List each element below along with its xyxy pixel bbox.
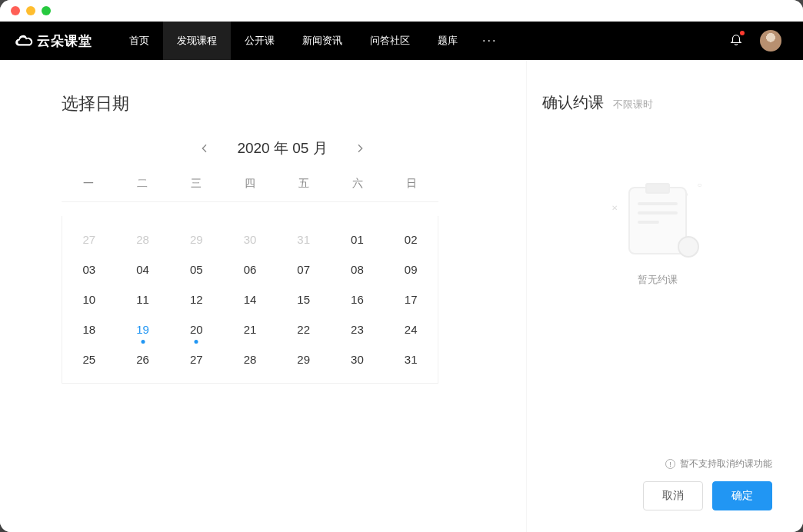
confirm-button[interactable]: 确定: [712, 481, 772, 510]
date-panel: 选择日期 2020 年 05 月 一二三四五六日 272829303101020…: [0, 60, 526, 532]
calendar-day[interactable]: 01: [331, 233, 385, 246]
confirm-subtitle: 不限课时: [613, 98, 653, 111]
cancel-button[interactable]: 取消: [643, 481, 703, 510]
weekday-label: 五: [277, 177, 331, 191]
weekday-row: 一二三四五六日: [62, 177, 438, 202]
nav-item[interactable]: 公开课: [231, 22, 288, 60]
nav-item[interactable]: 问答社区: [356, 22, 424, 60]
confirm-title: 确认约课: [542, 92, 604, 113]
confirm-panel: 确认约课 不限课时 ✕ ○ ○ 暂无约课 !: [526, 60, 803, 532]
top-nav: 云朵课堂 首页发现课程公开课新闻资讯问答社区题库 ···: [0, 22, 803, 60]
calendar-day[interactable]: 24: [384, 323, 438, 336]
calendar-day[interactable]: 03: [62, 263, 116, 276]
calendar-day[interactable]: 14: [223, 293, 277, 306]
maximize-window[interactable]: [42, 6, 51, 15]
close-window[interactable]: [11, 6, 20, 15]
calendar-day[interactable]: 10: [62, 293, 116, 306]
chevron-left-icon[interactable]: [198, 142, 211, 155]
calendar-day[interactable]: 28: [116, 233, 170, 246]
calendar-day[interactable]: 31: [277, 233, 331, 246]
calendar-day[interactable]: 31: [384, 353, 438, 366]
page-title: 选择日期: [62, 92, 503, 115]
calendar-day[interactable]: 27: [62, 233, 116, 246]
confirm-header: 确认约课 不限课时: [542, 92, 772, 113]
avatar[interactable]: [760, 30, 781, 52]
calendar-day[interactable]: 07: [277, 263, 331, 276]
notifications-button[interactable]: [729, 32, 743, 49]
calendar-day[interactable]: 25: [62, 353, 116, 366]
calendar-day[interactable]: 23: [331, 323, 385, 336]
info-icon: !: [665, 459, 675, 469]
weekday-label: 一: [62, 177, 115, 191]
empty-state: ✕ ○ ○ 暂无约课: [542, 159, 772, 457]
calendar-day[interactable]: 18: [62, 323, 116, 336]
month-label: 2020 年 05 月: [237, 138, 327, 158]
weekday-label: 日: [385, 177, 438, 191]
calendar: 一二三四五六日 27282930310102030405060708091011…: [62, 177, 438, 384]
notification-dot: [740, 31, 745, 35]
calendar-day[interactable]: 29: [169, 233, 223, 246]
calendar-day[interactable]: 20: [169, 323, 223, 336]
calendar-day[interactable]: 29: [277, 353, 331, 366]
days-grid: 2728293031010203040506070809101112141516…: [62, 216, 438, 384]
weekday-label: 二: [115, 177, 169, 191]
nav-item[interactable]: 新闻资讯: [288, 22, 356, 60]
logo-brand: 云朵课堂: [37, 32, 92, 50]
calendar-day[interactable]: 08: [331, 263, 385, 276]
action-buttons: 取消 确定: [542, 481, 772, 510]
nav-more[interactable]: ···: [471, 34, 508, 48]
weekday-label: 四: [223, 177, 277, 191]
nav-item[interactable]: 发现课程: [163, 22, 231, 60]
titlebar: [0, 0, 803, 22]
nav-items: 首页发现课程公开课新闻资讯问答社区题库: [115, 22, 471, 60]
calendar-day[interactable]: 21: [223, 323, 277, 336]
minimize-window[interactable]: [26, 6, 35, 15]
calendar-day[interactable]: 16: [331, 293, 385, 306]
nav-item[interactable]: 题库: [424, 22, 471, 60]
calendar-day[interactable]: 04: [116, 263, 170, 276]
calendar-day[interactable]: 11: [116, 293, 170, 306]
calendar-day[interactable]: 06: [223, 263, 277, 276]
calendar-day[interactable]: 12: [169, 293, 223, 306]
empty-illustration-icon: ✕ ○ ○: [611, 182, 704, 259]
calendar-day[interactable]: 22: [277, 323, 331, 336]
calendar-day[interactable]: 26: [116, 353, 170, 366]
calendar-header: 2020 年 05 月: [62, 138, 503, 158]
cloud-icon: [14, 31, 34, 51]
calendar-day[interactable]: 15: [277, 293, 331, 306]
calendar-day[interactable]: 09: [384, 263, 438, 276]
logo[interactable]: 云朵课堂: [14, 31, 92, 51]
chevron-right-icon[interactable]: [354, 142, 366, 155]
app-window: 云朵课堂 首页发现课程公开课新闻资讯问答社区题库 ··· 选择日期 2020 年…: [0, 0, 803, 532]
note-text: 暂不支持取消约课功能: [680, 457, 772, 470]
calendar-day[interactable]: 05: [169, 263, 223, 276]
empty-text: 暂无约课: [638, 273, 678, 287]
weekday-label: 三: [169, 177, 223, 191]
calendar-day[interactable]: 17: [384, 293, 438, 306]
content: 选择日期 2020 年 05 月 一二三四五六日 272829303101020…: [0, 60, 803, 532]
calendar-day[interactable]: 27: [169, 353, 223, 366]
calendar-day[interactable]: 30: [331, 353, 385, 366]
weekday-label: 六: [331, 177, 385, 191]
calendar-day[interactable]: 02: [384, 233, 438, 246]
calendar-day[interactable]: 30: [223, 233, 277, 246]
nav-item[interactable]: 首页: [115, 22, 163, 60]
calendar-day[interactable]: 28: [223, 353, 277, 366]
footer-note: ! 暂不支持取消约课功能: [542, 457, 772, 470]
calendar-day[interactable]: 19: [116, 323, 170, 336]
